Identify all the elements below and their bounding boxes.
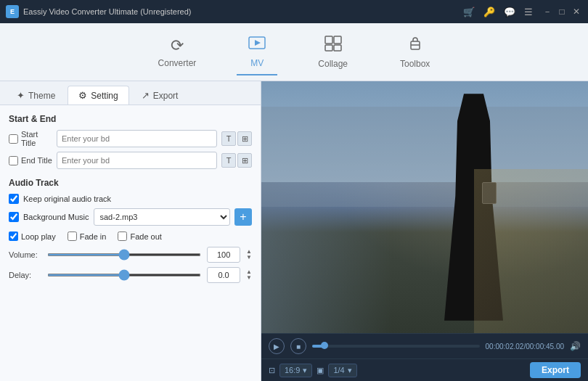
main-area: ✦ Theme ⚙ Setting ↗ Export Start & End S… [0, 81, 588, 381]
player-meta: ⊡ 16:9 ▾ ▣ 1/4 ▾ Export [261, 359, 588, 381]
loop-play-label: Loop play [9, 232, 56, 241]
window-controls: － □ ✕ [542, 6, 582, 17]
volume-value: 100 [207, 247, 240, 263]
right-panel: ▶ ■ 00:00:02.02/00:00:45.00 🔊 ⊡ 16:9 ▾ ▣… [261, 81, 588, 381]
tab-setting[interactable]: ⚙ Setting [68, 86, 128, 105]
quality-dropdown[interactable]: 1/4 ▾ [328, 364, 356, 377]
menu-icon[interactable]: ☰ [524, 7, 533, 17]
volume-label: Volume: [9, 250, 41, 259]
export-tab-icon: ↗ [142, 90, 150, 101]
setting-tab-icon: ⚙ [78, 90, 87, 101]
tab-theme[interactable]: ✦ Theme [6, 86, 66, 105]
volume-down-arrow[interactable]: ▼ [246, 255, 252, 261]
tab-export[interactable]: ↗ Export [131, 86, 189, 105]
preview-image [261, 81, 588, 333]
keep-original-row: Keep original audio track [9, 194, 252, 204]
audio-section: Audio Track Keep original audio track Ba… [9, 178, 252, 283]
delay-down-arrow[interactable]: ▼ [246, 275, 252, 281]
tabs: ✦ Theme ⚙ Setting ↗ Export [0, 81, 261, 105]
title-bar: E Eassiy Video Converter Ultimate (Unreg… [0, 0, 588, 23]
stop-button[interactable]: ■ [290, 338, 306, 354]
start-end-title: Start & End [9, 114, 252, 124]
delay-slider[interactable] [47, 274, 201, 276]
app-title: Eassiy Video Converter Ultimate (Unregis… [23, 7, 463, 16]
chat-icon[interactable]: 💬 [504, 7, 515, 17]
crowd-area [474, 169, 589, 333]
end-title-btns: T ⊞ [221, 153, 252, 168]
time-display: 00:00:02.02/00:00:45.00 [486, 343, 564, 351]
start-title-style-btn[interactable]: ⊞ [237, 131, 252, 146]
bg-music-checkbox[interactable] [9, 212, 19, 222]
aspect-ratio-dropdown[interactable]: 16:9 ▾ [279, 364, 312, 377]
converter-icon: ⟳ [171, 36, 184, 55]
bg-music-label: Background Music [23, 213, 89, 221]
tab-theme-label: Theme [28, 91, 55, 101]
left-panel: ✦ Theme ⚙ Setting ↗ Export Start & End S… [0, 81, 261, 381]
export-button[interactable]: Export [530, 362, 581, 378]
close-button[interactable]: ✕ [571, 6, 582, 17]
end-title-style-btn[interactable]: ⊞ [237, 153, 252, 168]
svg-rect-2 [325, 36, 332, 44]
player-controls: ▶ ■ 00:00:02.02/00:00:45.00 🔊 [261, 333, 588, 359]
fade-in-checkbox[interactable] [68, 232, 77, 241]
bg-music-row: Background Music sad-2.mp3 + [9, 208, 252, 226]
nav-bar: ⟳ Converter MV Collage Toolbox [0, 23, 588, 81]
start-title-row: Start Title T ⊞ [9, 130, 252, 147]
keep-original-label: Keep original audio track [23, 194, 111, 203]
volume-row: Volume: 100 ▲ ▼ [9, 247, 252, 263]
svg-rect-4 [325, 45, 332, 51]
end-title-format-btn[interactable]: T [221, 153, 236, 168]
fade-out-checkbox[interactable] [118, 232, 127, 241]
nav-label-toolbox: Toolbox [400, 59, 430, 69]
start-title-input[interactable] [57, 130, 217, 147]
theme-tab-icon: ✦ [17, 90, 25, 101]
cart-icon[interactable]: 🛒 [463, 7, 475, 17]
delay-label: Delay: [9, 271, 41, 279]
add-music-button[interactable]: + [234, 208, 252, 226]
play-button[interactable]: ▶ [269, 338, 285, 354]
nav-item-collage[interactable]: Collage [306, 30, 359, 75]
app-icon: E [6, 5, 19, 18]
delay-value: 0.0 [207, 267, 240, 283]
progress-fill [312, 345, 325, 348]
tab-export-label: Export [153, 91, 179, 101]
end-title-input[interactable] [57, 152, 217, 169]
volume-arrows: ▲ ▼ [246, 249, 252, 261]
maximize-button[interactable]: □ [556, 6, 568, 17]
minimize-button[interactable]: － [542, 6, 553, 17]
volume-slider[interactable] [47, 253, 201, 256]
start-end-section: Start & End Start Title T ⊞ End T [9, 114, 252, 169]
meta-left: ⊡ 16:9 ▾ ▣ 1/4 ▾ [269, 364, 357, 377]
start-title-btns: T ⊞ [221, 131, 252, 146]
nav-label-collage: Collage [318, 59, 348, 69]
svg-marker-1 [255, 40, 261, 46]
nav-item-converter[interactable]: ⟳ Converter [147, 30, 208, 74]
end-title-label: End Title [9, 156, 52, 165]
end-title-checkbox[interactable] [9, 156, 18, 165]
mv-icon [248, 35, 266, 55]
quality-dropdown-arrow-icon: ▾ [348, 366, 352, 375]
svg-rect-3 [334, 36, 341, 44]
start-title-checkbox[interactable] [9, 134, 18, 144]
svg-rect-5 [334, 45, 341, 51]
nav-label-converter: Converter [158, 58, 197, 68]
progress-bar[interactable] [312, 345, 480, 348]
loop-play-checkbox[interactable] [9, 232, 18, 241]
keep-original-checkbox[interactable] [9, 194, 19, 204]
title-icons: 🛒 🔑 💬 ☰ [463, 7, 533, 17]
delay-row: Delay: 0.0 ▲ ▼ [9, 267, 252, 283]
bg-music-select[interactable]: sad-2.mp3 [94, 208, 231, 226]
fade-in-label: Fade in [68, 232, 107, 241]
aspect-ratio-icon: ⊡ [269, 366, 275, 375]
start-title-format-btn[interactable]: T [221, 131, 236, 146]
volume-icon[interactable]: 🔊 [570, 341, 581, 351]
dropdown-arrow-icon: ▾ [303, 366, 307, 375]
nav-item-mv[interactable]: MV [237, 29, 277, 75]
key-icon[interactable]: 🔑 [483, 7, 495, 17]
toolbox-icon [407, 36, 424, 56]
quality-icon: ▣ [317, 366, 324, 375]
settings-panel: Start & End Start Title T ⊞ End T [0, 105, 261, 381]
nav-item-toolbox[interactable]: Toolbox [388, 30, 441, 75]
nav-label-mv: MV [250, 58, 264, 68]
video-preview [261, 81, 588, 333]
